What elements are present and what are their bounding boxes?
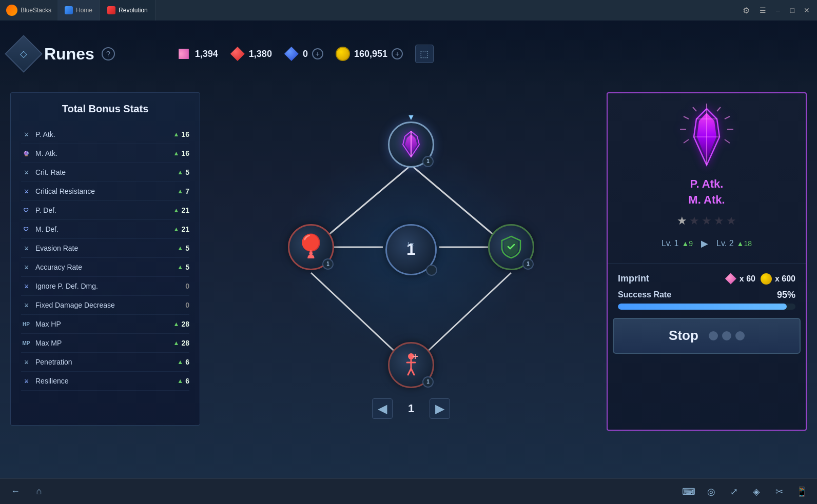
right-panel: P. Atk. M. Atk. ★ ★ ★ ★ ★ Lv. 1 ▲9 ▶ Lv.… (607, 92, 807, 431)
stat-row: 🛡P. Def.▲21 (21, 201, 189, 220)
arrow-up-icon: ▼ (407, 113, 415, 122)
bluestacks-label: BlueStacks (21, 7, 51, 14)
rune-bottom-icon (400, 352, 422, 378)
minimize-button[interactable]: – (772, 4, 784, 16)
runes-title-area: ◇ Runes ? (10, 41, 115, 67)
svg-line-17 (693, 107, 696, 111)
pin-icon[interactable]: ◈ (747, 482, 766, 501)
progress-fill (618, 304, 787, 310)
loading-dots (709, 331, 745, 340)
stat-label: P. Atk. (35, 130, 173, 138)
help-button[interactable]: ? (102, 47, 115, 61)
rune-node-right[interactable]: 1 (488, 224, 534, 270)
resize-icon[interactable]: ⤢ (725, 482, 743, 501)
stop-button[interactable]: Stop (613, 318, 801, 354)
stat-label: Ignore P. Def. Dmg. (35, 282, 185, 290)
stat-row: ⚔Crit. Rate▲5 (21, 163, 189, 182)
stat-row: 🔮M. Atk.▲16 (21, 144, 189, 163)
tab-home[interactable]: Home (57, 0, 100, 21)
keyboard-icon[interactable]: ⌨ (679, 482, 698, 501)
imprint-row: Imprint x 60 x 600 (608, 268, 806, 290)
add-gems-button[interactable]: + (312, 48, 323, 59)
close-button[interactable]: ✕ (801, 4, 813, 16)
star-4: ★ (714, 214, 724, 228)
stat-value: ▲21 (173, 225, 189, 233)
bottom-node-level: 1 (422, 376, 434, 388)
stat-value: ▲16 (173, 149, 189, 157)
star-2: ★ (689, 214, 699, 228)
stat-row: HPMax HP▲28 (21, 315, 189, 334)
rune-right-shield-icon (501, 235, 521, 259)
gem-cost-value: x 60 (740, 274, 755, 284)
stat-icon: ⚔ (21, 281, 31, 291)
game-area: ◇ Runes ? 1,394 1,380 0 + 160 (0, 21, 817, 478)
eye-icon[interactable]: ◎ (702, 482, 721, 501)
titlebar: BlueStacks Home Revolution ⚙ ☰ – □ ✕ (0, 0, 817, 21)
stat-label: M. Def. (35, 225, 173, 233)
stat-value: ▲5 (177, 263, 189, 271)
current-page: 1 (408, 402, 414, 415)
right-node-level: 1 (522, 258, 534, 270)
settings-icon[interactable]: ⚙ (739, 3, 753, 17)
back-button[interactable]: ← (6, 482, 25, 501)
stat-row: ⚔Ignore P. Def. Dmg.0 (21, 277, 189, 296)
next-page-button[interactable]: ▶ (430, 398, 450, 419)
stat-value: ▲21 (173, 206, 189, 214)
stat-row: 🛡M. Def.▲21 (21, 220, 189, 239)
stat-value: ▲6 (177, 377, 189, 385)
stat-label: Fixed Damage Decrease (35, 301, 185, 309)
stars-rating: ★ ★ ★ ★ ★ (677, 214, 736, 228)
stat-icon: MP (21, 338, 31, 348)
window-controls: ⚙ ☰ – □ ✕ (739, 3, 817, 17)
stats-list: ⚔P. Atk.▲16🔮M. Atk.▲16⚔Crit. Rate▲5⚔Crit… (21, 125, 189, 391)
stat-icon: ⚔ (21, 129, 31, 139)
svg-line-13 (717, 107, 721, 111)
stat-icon: ⚔ (21, 357, 31, 367)
stat-value: ▲28 (173, 339, 189, 347)
gem-cost: x 60 (725, 273, 755, 285)
dot-3 (735, 331, 745, 340)
stat-value: ▲5 (177, 244, 189, 252)
stat-row: MPMax MP▲28 (21, 334, 189, 353)
stat-icon: HP (21, 319, 31, 329)
bluestacks-icon (6, 5, 17, 16)
prev-page-button[interactable]: ◀ (372, 398, 393, 419)
add-gold-button[interactable]: + (392, 48, 403, 59)
stats-panel: Total Bonus Stats ⚔P. Atk.▲16🔮M. Atk.▲16… (10, 92, 200, 426)
menu-icon[interactable]: ☰ (755, 3, 770, 17)
success-rate-row: Success Rate 95% (608, 290, 806, 300)
stat-label: Penetration (35, 358, 177, 366)
gem-blue-icon (284, 47, 299, 61)
tab-revolution[interactable]: Revolution (100, 0, 155, 21)
gem-pink-resource: 1,394 (177, 47, 218, 61)
stat-label: Max MP (35, 339, 173, 347)
home-button[interactable]: ⌂ (30, 482, 48, 501)
stat-label: Crit. Rate (35, 168, 177, 176)
stat-value: ▲28 (173, 320, 189, 328)
gem-red-resource: 1,380 (230, 47, 272, 61)
rune-node-bottom[interactable]: 1 (388, 342, 434, 388)
phone-icon[interactable]: 📱 (792, 482, 811, 501)
stat-icon: 🛡 (21, 205, 31, 215)
stat-value: ▲5 (177, 168, 189, 176)
home-tab-icon (65, 6, 73, 14)
rune-node-top[interactable]: ▼ 1 (388, 122, 434, 168)
stat-row: ⚔P. Atk.▲16 (21, 125, 189, 144)
stat-icon: ⚔ (21, 300, 31, 310)
rune-node-center[interactable]: 1 Lv. (385, 224, 437, 275)
restore-button[interactable]: □ (786, 4, 799, 16)
exit-button[interactable]: ⬚ (415, 45, 434, 63)
scissors-icon[interactable]: ✂ (770, 482, 788, 501)
rune-node-left[interactable]: 🔴 ♟ 1 (288, 224, 334, 270)
stat-value: ▲6 (177, 358, 189, 366)
stat-label: Max HP (35, 320, 173, 328)
cost-gem-icon (725, 273, 736, 285)
rune-purple-icon (399, 130, 423, 158)
left-node-level: 1 (322, 258, 334, 270)
svg-line-3 (424, 273, 511, 355)
gem-red-value: 1,380 (249, 49, 272, 59)
stat-row: ⚔Fixed Damage Decrease0 (21, 296, 189, 315)
rune-preview: P. Atk. M. Atk. ★ ★ ★ ★ ★ Lv. 1 ▲9 ▶ Lv.… (608, 93, 806, 259)
stat-icon: 🛡 (21, 224, 31, 234)
next-level-block: Lv. 2 ▲18 (716, 239, 752, 248)
